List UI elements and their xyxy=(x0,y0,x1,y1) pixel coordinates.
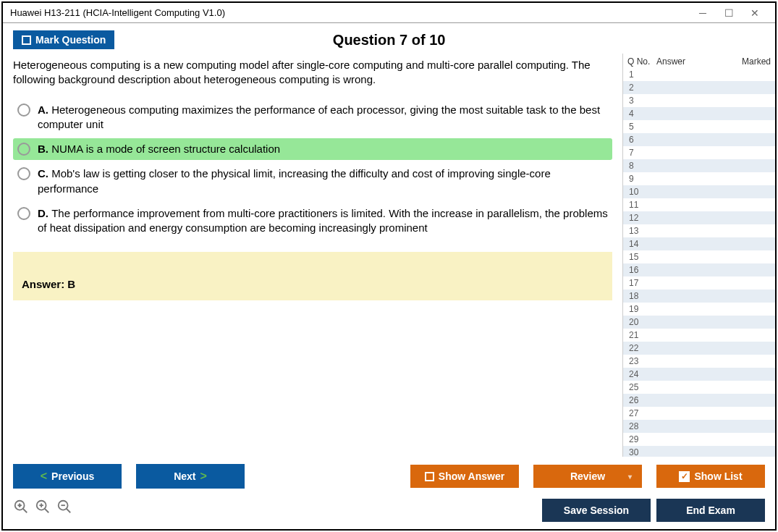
list-item[interactable]: 9 xyxy=(623,172,775,185)
list-item[interactable]: 22 xyxy=(623,342,775,355)
end-exam-button[interactable]: End Exam xyxy=(656,499,765,522)
radio-icon xyxy=(17,143,30,156)
list-item[interactable]: 23 xyxy=(623,355,775,368)
list-item[interactable]: 20 xyxy=(623,316,775,329)
list-item[interactable]: 4 xyxy=(623,107,775,120)
list-item[interactable]: 1 xyxy=(623,68,775,81)
maximize-icon[interactable]: ☐ xyxy=(716,4,742,22)
svg-point-4 xyxy=(18,504,21,507)
zoom-out-icon[interactable] xyxy=(56,499,72,515)
option-text: A. Heterogeneous computing maximizes the… xyxy=(38,103,608,132)
tool-row: Save Session End Exam xyxy=(3,493,775,529)
next-label: Next xyxy=(174,470,195,482)
close-icon[interactable]: ✕ xyxy=(742,4,768,22)
col-answer: Answer xyxy=(656,56,735,67)
list-item[interactable]: 26 xyxy=(623,394,775,407)
list-item[interactable]: 21 xyxy=(623,329,775,342)
list-item[interactable]: 29 xyxy=(623,433,775,446)
question-list[interactable]: 1234567891011121314151617181920212223242… xyxy=(623,68,775,457)
list-item[interactable]: 15 xyxy=(623,250,775,263)
list-item[interactable]: 10 xyxy=(623,185,775,198)
previous-label: Previous xyxy=(51,470,94,482)
list-item[interactable]: 5 xyxy=(623,120,775,133)
list-item[interactable]: 24 xyxy=(623,368,775,381)
col-qno: Q No. xyxy=(627,56,656,67)
list-item[interactable]: 6 xyxy=(623,133,775,146)
list-item[interactable]: 3 xyxy=(623,94,775,107)
checkbox-icon xyxy=(425,472,434,481)
option-row[interactable]: B. NUMA is a mode of screen structure ca… xyxy=(13,138,612,160)
list-item[interactable]: 16 xyxy=(623,263,775,276)
option-row[interactable]: D. The performance improvement from mult… xyxy=(13,203,612,240)
show-list-button[interactable]: ✓ Show List xyxy=(656,465,765,488)
svg-line-1 xyxy=(23,509,28,513)
list-item[interactable]: 8 xyxy=(623,159,775,172)
option-text: B. NUMA is a mode of screen structure ca… xyxy=(38,142,608,156)
options-list: A. Heterogeneous computing maximizes the… xyxy=(13,99,612,240)
option-text: D. The performance improvement from mult… xyxy=(38,206,608,236)
show-answer-label: Show Answer xyxy=(439,470,504,482)
titlebar: Huawei H13-211 (HCIA-Intelligent Computi… xyxy=(3,3,775,23)
list-item[interactable]: 25 xyxy=(623,381,775,394)
show-list-label: Show List xyxy=(694,470,742,482)
radio-icon xyxy=(17,167,30,180)
spacer xyxy=(78,499,536,522)
check-icon: ✓ xyxy=(679,471,690,482)
zoom-reset-icon[interactable] xyxy=(13,499,29,515)
list-item[interactable]: 2 xyxy=(623,81,775,94)
list-item[interactable]: 14 xyxy=(623,237,775,250)
col-marked: Marked xyxy=(735,56,771,67)
list-item[interactable]: 13 xyxy=(623,224,775,237)
save-session-button[interactable]: Save Session xyxy=(542,499,651,522)
answer-label: Answer: B xyxy=(22,278,75,290)
list-item[interactable]: 28 xyxy=(623,420,775,433)
main-area: Heterogeneous computing is a new computi… xyxy=(3,54,775,457)
window-controls: ─ ☐ ✕ xyxy=(690,4,768,22)
list-item[interactable]: 7 xyxy=(623,146,775,159)
zoom-in-icon[interactable] xyxy=(35,499,51,515)
list-item[interactable]: 18 xyxy=(623,290,775,303)
minimize-icon[interactable]: ─ xyxy=(690,4,716,22)
option-text: C. Mob's law is getting closer to the ph… xyxy=(38,166,608,196)
list-item[interactable]: 30 xyxy=(623,446,775,457)
question-list-header: Q No. Answer Marked xyxy=(623,54,775,68)
svg-line-6 xyxy=(45,509,49,513)
list-item[interactable]: 17 xyxy=(623,276,775,290)
chevron-left-icon: < xyxy=(41,470,47,483)
end-exam-label: End Exam xyxy=(686,504,735,516)
list-item[interactable]: 12 xyxy=(623,211,775,224)
question-list-panel: Q No. Answer Marked 12345678910111213141… xyxy=(622,54,775,457)
radio-icon xyxy=(17,104,30,117)
button-row: < Previous Next > Show Answer Review ▾ ✓… xyxy=(13,464,765,489)
review-label: Review xyxy=(570,470,605,482)
question-content: Heterogeneous computing is a new computi… xyxy=(3,54,622,457)
chevron-down-icon: ▾ xyxy=(628,473,632,481)
bottom-bar: < Previous Next > Show Answer Review ▾ ✓… xyxy=(3,457,775,493)
previous-button[interactable]: < Previous xyxy=(13,464,122,489)
show-answer-button[interactable]: Show Answer xyxy=(410,465,519,488)
chevron-right-icon: > xyxy=(200,470,207,483)
review-button[interactable]: Review ▾ xyxy=(533,465,642,488)
answer-box: Answer: B xyxy=(13,252,612,300)
radio-icon xyxy=(17,207,30,220)
list-item[interactable]: 19 xyxy=(623,303,775,316)
option-row[interactable]: A. Heterogeneous computing maximizes the… xyxy=(13,99,612,136)
header-row: Mark Question Question 7 of 10 xyxy=(3,23,775,54)
question-counter: Question 7 of 10 xyxy=(13,32,765,48)
list-item[interactable]: 11 xyxy=(623,198,775,211)
app-window: Huawei H13-211 (HCIA-Intelligent Computi… xyxy=(1,1,777,531)
save-session-label: Save Session xyxy=(564,504,629,516)
next-button[interactable]: Next > xyxy=(136,464,245,489)
window-title: Huawei H13-211 (HCIA-Intelligent Computi… xyxy=(10,7,690,18)
list-item[interactable]: 27 xyxy=(623,407,775,420)
question-text: Heterogeneous computing is a new computi… xyxy=(13,58,612,88)
svg-line-10 xyxy=(67,509,71,513)
option-row[interactable]: C. Mob's law is getting closer to the ph… xyxy=(13,163,612,200)
